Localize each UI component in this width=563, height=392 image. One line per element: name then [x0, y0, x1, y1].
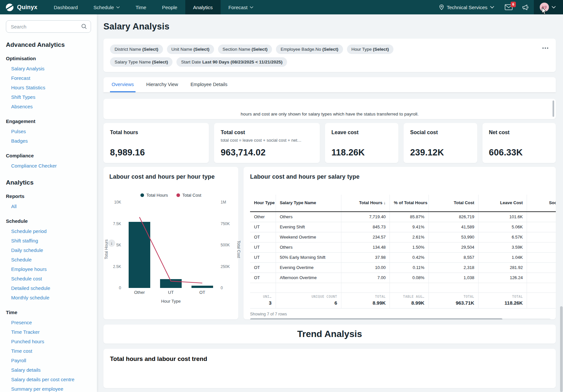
sidebar-item-punched-hours[interactable]: Punched hours	[6, 337, 91, 346]
aggregate-value: 6	[280, 300, 337, 306]
legend-item-total-hours[interactable]: Total Hours	[140, 193, 168, 198]
location-pin-icon	[439, 4, 444, 10]
location-selector[interactable]: Technical Services	[433, 0, 500, 14]
filter-chip-label: District Name	[115, 47, 142, 52]
sidebar-item-compliance-checker[interactable]: Compliance Checker	[6, 161, 91, 170]
viewport-scrollbar-thumb[interactable]	[560, 306, 563, 392]
sidebar-item-salary-details-per-cost-centre[interactable]: Salary details per cost centre	[6, 375, 91, 384]
sidebar-item-employee-hours[interactable]: Employee hours	[6, 264, 91, 274]
sidebar-item-monthly-schedule[interactable]: Monthly schedule	[6, 293, 91, 302]
sidebar-item-badges[interactable]: Badges	[6, 136, 91, 146]
cell-total-cost: 8,557	[428, 252, 478, 262]
table-row: OTEvening Overtime10.000.11%2,318281.925…	[250, 262, 556, 273]
aggregate-label: UNI…	[254, 295, 272, 298]
hour-type-chart-card: Labour cost and hours per hour type Tota…	[103, 167, 238, 319]
filter-chip-label: Unit Name	[172, 47, 194, 52]
filter-chip-label: Start Date	[181, 60, 202, 64]
kpi-card-leave-cost: Leave cost118.26K	[325, 123, 398, 163]
sidebar-item-hours-statistics[interactable]: Hours Statistics	[6, 83, 91, 92]
user-menu[interactable]: VJ	[534, 0, 563, 14]
cell-leave-cost: 101.6K	[478, 212, 527, 222]
sidebar-item-schedule-period[interactable]: Schedule period	[6, 226, 91, 236]
sidebar-item-detailed-schedule[interactable]: Detailed schedule	[6, 283, 91, 293]
sidebar-section-time: Time	[6, 310, 91, 315]
aggregate-label: TABLE AGG…	[394, 295, 424, 298]
axis-sort-button[interactable]: ↓	[108, 240, 115, 247]
scrollbar-thumb[interactable]	[250, 318, 502, 320]
search-box	[6, 20, 91, 33]
tab-hierarchy-view[interactable]: Hierarchy View	[145, 77, 180, 92]
aggregate-value: 8.99K	[394, 300, 424, 306]
right-axis-title: Total Cost	[236, 241, 241, 258]
viewport-scrollbar	[560, 14, 563, 392]
aggregate-cell: TOTAL963.71K	[428, 293, 478, 308]
nav-item-people[interactable]: People	[154, 0, 185, 14]
filter-chip-hour-type[interactable]: Hour Type (Select)	[347, 45, 394, 54]
nav-item-label: Schedule	[94, 5, 114, 10]
filter-chip-value: (Select)	[322, 47, 338, 52]
tab-employee-details[interactable]: Employee Details	[189, 77, 229, 92]
cell-hour-type: OT	[250, 262, 276, 273]
filter-chip-district-name[interactable]: District Name (Select)	[110, 45, 163, 54]
sidebar-item-salary-analysis[interactable]: Salary Analysis	[6, 64, 91, 73]
cell-total-cost: 826,719	[428, 212, 478, 222]
filters-card: District Name (Select)Unit Name (Select)…	[103, 39, 556, 72]
sidebar-section-analytics: Analytics	[6, 179, 91, 186]
salary-type-table: Hour TypeSalary Type NameTotal Hours ↓% …	[250, 195, 556, 309]
axis-tick: 250K	[221, 264, 230, 269]
cell-leave-cost: 281.92	[478, 262, 527, 273]
kpi-subtitle: total cost = leave cost + social cost + …	[221, 138, 313, 143]
tab-overviews[interactable]: Overviews	[110, 77, 136, 92]
primary-nav: DashboardScheduleTimePeopleAnalyticsFore…	[46, 0, 261, 14]
panel-scrollbar[interactable]	[553, 100, 554, 117]
trend-chart-card: Total hours and labour cost trend	[103, 349, 556, 388]
axis-tick: 0	[221, 286, 223, 290]
nav-item-dashboard[interactable]: Dashboard	[46, 0, 85, 14]
more-options-button[interactable]	[540, 43, 551, 52]
filter-chip-salary-type-name[interactable]: Salary Type Name (Select)	[110, 57, 173, 67]
sidebar-item-summary-per-employee[interactable]: Summary per employee	[6, 384, 91, 392]
sidebar-item-payroll[interactable]: Payroll	[6, 356, 91, 365]
table-horizontal-scrollbar	[250, 318, 551, 320]
sidebar-item-time-tracker[interactable]: Time Tracker	[6, 327, 91, 337]
messages-button[interactable]: 6	[500, 0, 517, 14]
column-header-total-hours[interactable]: Total Hours ↓	[341, 195, 390, 212]
sidebar-item-time-cost[interactable]: Time cost	[6, 346, 91, 356]
nav-item-schedule[interactable]: Schedule	[86, 0, 128, 14]
sidebar-item-daily-schedule[interactable]: Daily schedule	[6, 245, 91, 255]
search-input[interactable]	[6, 20, 91, 33]
sidebar-item-shift-types[interactable]: Shift Types	[6, 92, 91, 102]
cell-total-cost: 1,038	[428, 273, 478, 283]
cell-leave-cost: 1.04K	[478, 252, 527, 262]
sidebar-item-schedule[interactable]: Schedule	[6, 255, 91, 264]
brand-logo[interactable]: Quinyx	[0, 0, 46, 14]
nav-item-label: Dashboard	[54, 5, 78, 10]
cell-leave-cost: 3.59K	[478, 242, 527, 252]
column-header-total-cost: Total Cost	[428, 195, 478, 212]
legend-item-total-cost[interactable]: Total Cost	[176, 193, 201, 198]
main-content: Salary Analysis District Name (Select)Un…	[97, 14, 563, 392]
column-header-of-total-hours: % of Total Hours	[390, 195, 428, 212]
filter-chips: District Name (Select)Unit Name (Select)…	[110, 45, 454, 67]
cell-salary-type-name: Evening Overtime	[276, 262, 341, 273]
nav-item-label: Analytics	[193, 5, 213, 10]
nav-item-analytics[interactable]: Analytics	[185, 0, 221, 14]
nav-item-forecast[interactable]: Forecast	[221, 0, 261, 14]
sidebar-item-presence[interactable]: Presence	[6, 318, 91, 327]
filter-chip-start-date[interactable]: Start Date Last 90 Days (08/23/2025 < 11…	[176, 57, 287, 67]
sidebar-section-engagement: Engagement	[6, 118, 91, 124]
sidebar-item-shift-staffing[interactable]: Shift staffing	[6, 236, 91, 245]
sidebar-item-all[interactable]: All	[6, 202, 91, 211]
trend-heading: Trend Analysis	[297, 329, 362, 339]
sidebar-item-absences[interactable]: Absences	[6, 102, 91, 111]
nav-item-time[interactable]: Time	[128, 0, 154, 14]
sidebar-item-salary-details[interactable]: Salary details	[6, 365, 91, 375]
filter-chip-employee-badge-no[interactable]: Employee Badge.No (Select)	[276, 45, 343, 54]
sidebar-item-schedule-cost[interactable]: Schedule cost	[6, 274, 91, 283]
announcements-button[interactable]	[517, 0, 534, 14]
filter-chip-section-name[interactable]: Section Name (Select)	[218, 45, 272, 54]
filter-chip-unit-name[interactable]: Unit Name (Select)	[167, 45, 214, 54]
trend-chart-title: Total hours and labour cost trend	[110, 355, 549, 363]
sidebar-item-pulses[interactable]: Pulses	[6, 127, 91, 136]
sidebar-item-forecast[interactable]: Forecast	[6, 73, 91, 83]
